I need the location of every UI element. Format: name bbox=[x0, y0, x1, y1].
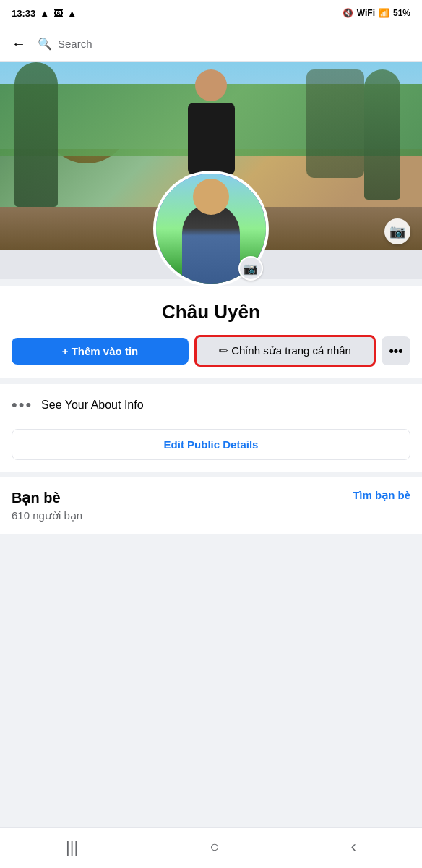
see-about-info: See Your About Info bbox=[41, 399, 143, 412]
status-right: 🔇 WiFi 📶 51% bbox=[343, 8, 410, 18]
back-button[interactable]: ← bbox=[12, 35, 26, 52]
edit-public-details-button[interactable]: Edit Public Details bbox=[12, 429, 410, 460]
bottom-nav: ||| ○ ‹ bbox=[0, 827, 422, 868]
search-icon: 🔍 bbox=[38, 37, 52, 51]
profile-info: Châu Uyên + Thêm vào tin ✏ Chỉnh sửa tra… bbox=[0, 286, 422, 378]
action-buttons: + Thêm vào tin ✏ Chỉnh sửa trang cá nhân… bbox=[12, 335, 410, 367]
profile-pic-container: 📷 bbox=[153, 171, 269, 286]
bottom-nav-back-icon[interactable]: ‹ bbox=[337, 835, 371, 859]
cover-section: 📷 📷 bbox=[0, 62, 422, 279]
nav-bar: ← 🔍 Search bbox=[0, 26, 422, 62]
time: 13:33 bbox=[12, 8, 35, 19]
status-bar: 13:33 ▲ 🖼 ▲ 🔇 WiFi 📶 51% bbox=[0, 0, 422, 26]
mute-icon: 🔇 bbox=[343, 8, 353, 18]
search-label: Search bbox=[58, 38, 92, 50]
profile-name: Châu Uyên bbox=[12, 301, 410, 323]
signal-icon: 📶 bbox=[379, 8, 389, 18]
image-icon: 🖼 bbox=[53, 8, 63, 19]
status-left: 13:33 ▲ 🖼 ▲ bbox=[12, 8, 77, 19]
friends-count: 610 người bạn bbox=[12, 509, 410, 522]
friends-title: Bạn bè bbox=[12, 489, 61, 506]
more-button[interactable]: ••• bbox=[382, 336, 410, 365]
friends-section: Bạn bè Tìm bạn bè 610 người bạn bbox=[0, 477, 422, 534]
add-story-button[interactable]: + Thêm vào tin bbox=[12, 338, 189, 365]
alert-icon2: ▲ bbox=[67, 8, 77, 19]
about-row: ••• See Your About Info bbox=[12, 396, 410, 414]
about-section: ••• See Your About Info Edit Public Deta… bbox=[0, 384, 422, 472]
battery: 51% bbox=[393, 8, 410, 18]
bottom-nav-home-icon[interactable]: ○ bbox=[195, 835, 233, 859]
search-area[interactable]: 🔍 Search bbox=[38, 37, 92, 51]
cover-camera-button[interactable]: 📷 bbox=[384, 218, 410, 244]
profile-camera-button[interactable]: 📷 bbox=[238, 256, 263, 281]
edit-profile-button[interactable]: ✏ Chỉnh sửa trang cá nhân bbox=[194, 335, 376, 367]
wifi-icon: WiFi bbox=[357, 8, 375, 18]
bottom-nav-menu-icon[interactable]: ||| bbox=[51, 835, 92, 859]
about-dots-icon: ••• bbox=[12, 396, 33, 414]
friends-header: Bạn bè Tìm bạn bè bbox=[12, 489, 410, 506]
alert-icon1: ▲ bbox=[40, 8, 49, 19]
find-friends-link[interactable]: Tìm bạn bè bbox=[353, 489, 410, 502]
